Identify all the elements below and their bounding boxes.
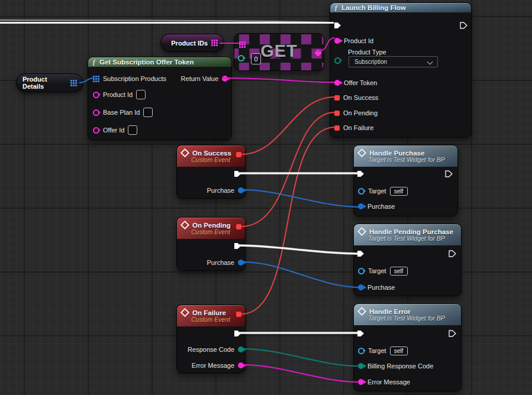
pin-base-plan-id[interactable]: Base Plan Id [93, 108, 153, 116]
string-pin-icon[interactable] [334, 38, 340, 44]
variable-node-product-ids[interactable]: Product IDs [160, 34, 224, 52]
exec-in-pin[interactable] [357, 329, 365, 338]
pin-product-type[interactable] [334, 56, 341, 64]
exec-in-pin[interactable] [357, 170, 365, 178]
pin-purchase[interactable]: Purchase [358, 283, 395, 292]
pin-product-id[interactable]: Product Id [93, 90, 146, 99]
exec-in-pin[interactable] [357, 250, 365, 258]
delegate-pin-icon[interactable] [334, 95, 340, 101]
string-pin-icon[interactable] [93, 92, 99, 98]
object-pin-icon[interactable] [358, 268, 365, 274]
array-struct-pin-icon[interactable] [93, 76, 99, 82]
node-header[interactable]: On Failure Custom Event [177, 305, 245, 326]
delegate-pin-icon[interactable] [236, 224, 241, 229]
wildcard-pin-icon[interactable] [314, 49, 322, 57]
blueprint-graph-canvas[interactable]: ƒ Launch Billing Flow Product Id Product… [0, 0, 532, 395]
delegate-pin-icon[interactable] [236, 312, 241, 317]
object-wire[interactable] [243, 190, 360, 207]
node-array-get[interactable]: GET 0 [234, 33, 324, 71]
index-input[interactable]: 0 [251, 53, 261, 64]
string-pin-icon[interactable] [93, 109, 99, 116]
int-pin-icon[interactable] [238, 55, 244, 61]
pin-return-value[interactable]: Return Value [181, 75, 228, 83]
exec-out-pin[interactable] [460, 21, 467, 30]
enum-pin-icon[interactable] [334, 57, 341, 64]
pin-response-code[interactable]: Response Code [188, 345, 244, 354]
array-struct-pin-icon[interactable] [70, 80, 77, 86]
pin-array-in[interactable] [239, 40, 246, 48]
exec-out-pin[interactable] [234, 170, 241, 178]
pin-product-id[interactable]: Product Id [334, 37, 373, 45]
node-header[interactable]: Handle Purchase Target is Test Widget fo… [354, 145, 457, 167]
object-pin-icon[interactable] [238, 187, 244, 193]
pin-subscription-products[interactable]: Subscription Products [93, 75, 166, 83]
exec-in-pin[interactable] [334, 21, 341, 30]
node-handle-error[interactable]: Handle Error Target is Test Widget for B… [353, 303, 462, 391]
pin-billing-response-code[interactable]: Billing Response Code [358, 362, 433, 370]
string-pin-icon[interactable] [222, 76, 228, 82]
pin-on-success[interactable]: On Success [334, 93, 378, 102]
array-string-pin-icon[interactable] [211, 40, 218, 46]
node-handle-pending-purchase[interactable]: Handle Pending Purchase Target is Test W… [353, 224, 462, 296]
pin-on-failure[interactable]: On Failure [334, 124, 373, 132]
exec-out-pin[interactable] [445, 170, 453, 178]
node-get-subscription-offer-token[interactable]: ƒ Get Subscription Offer Token Subscript… [88, 57, 232, 140]
exec-wire[interactable] [0, 20, 334, 22]
node-header[interactable]: ƒ Launch Billing Flow [330, 3, 471, 12]
delegate-pin-icon[interactable] [334, 125, 340, 131]
exec-wire[interactable] [238, 245, 357, 254]
pin-offer-id[interactable]: Offer Id [93, 126, 137, 134]
object-pin-icon[interactable] [358, 284, 364, 290]
node-event-on-success[interactable]: On Success Custom Event Purchase [176, 145, 246, 199]
string-pin-icon[interactable] [93, 127, 99, 134]
target-self-input[interactable]: self [390, 187, 408, 196]
product-type-dropdown[interactable]: Subscription [349, 56, 438, 67]
pin-index[interactable] [238, 54, 244, 62]
pin-offer-token[interactable]: Offer Token [334, 79, 377, 87]
pin-target[interactable]: Target self [358, 187, 408, 195]
delegate-wire[interactable] [241, 97, 335, 154]
value-input[interactable] [143, 108, 153, 117]
exec-out-pin[interactable] [234, 329, 241, 338]
node-handle-purchase[interactable]: Handle Purchase Target is Test Widget fo… [353, 145, 458, 216]
target-self-input[interactable]: self [390, 267, 408, 276]
object-pin-icon[interactable] [358, 203, 364, 209]
string-wire[interactable] [243, 365, 359, 382]
value-input[interactable] [128, 125, 137, 135]
delegate-wire[interactable] [241, 127, 335, 314]
object-pin-icon[interactable] [358, 348, 365, 354]
node-header[interactable]: On Success Custom Event [177, 145, 245, 167]
exec-out-pin[interactable] [449, 250, 456, 258]
pin-element-out[interactable] [315, 48, 321, 57]
object-pin-icon[interactable] [358, 188, 365, 195]
pin-target[interactable]: Target self [358, 267, 408, 275]
node-launch-billing-flow[interactable]: ƒ Launch Billing Flow Product Id Product… [330, 2, 472, 138]
node-header[interactable]: Handle Pending Purchase Target is Test W… [354, 224, 461, 245]
delegate-pin-icon[interactable] [236, 152, 241, 157]
pin-error-message[interactable]: Error Message [358, 378, 410, 386]
node-header[interactable]: Handle Error Target is Test Widget for B… [354, 304, 461, 325]
pin-on-pending[interactable]: On Pending [334, 109, 378, 117]
array-string-pin-icon[interactable] [239, 41, 246, 48]
node-event-on-failure[interactable]: On Failure Custom Event Response Code Er… [176, 305, 246, 373]
value-input[interactable] [136, 90, 146, 99]
target-self-input[interactable]: self [390, 347, 408, 355]
string-pin-icon[interactable] [238, 362, 244, 368]
byte-pin-icon[interactable] [238, 347, 244, 352]
string-pin-icon[interactable] [334, 80, 340, 86]
byte-pin-icon[interactable] [358, 363, 364, 369]
pin-target[interactable]: Target self [358, 347, 408, 355]
delegate-wire[interactable] [241, 112, 335, 226]
exec-out-pin[interactable] [234, 242, 241, 250]
string-pin-icon[interactable] [358, 379, 364, 385]
node-header[interactable]: On Pending Custom Event [177, 218, 245, 239]
pin-purchase[interactable]: Purchase [207, 258, 244, 267]
object-wire[interactable] [243, 262, 360, 287]
pin-error-message[interactable]: Error Message [192, 361, 244, 370]
byte-wire[interactable] [243, 349, 359, 366]
pin-purchase[interactable]: Purchase [358, 202, 395, 211]
object-pin-icon[interactable] [238, 260, 244, 266]
node-header[interactable]: ƒ Get Subscription Offer Token [88, 57, 231, 67]
string-wire[interactable] [223, 78, 335, 82]
variable-node-product-details[interactable]: Product Details [16, 73, 83, 92]
